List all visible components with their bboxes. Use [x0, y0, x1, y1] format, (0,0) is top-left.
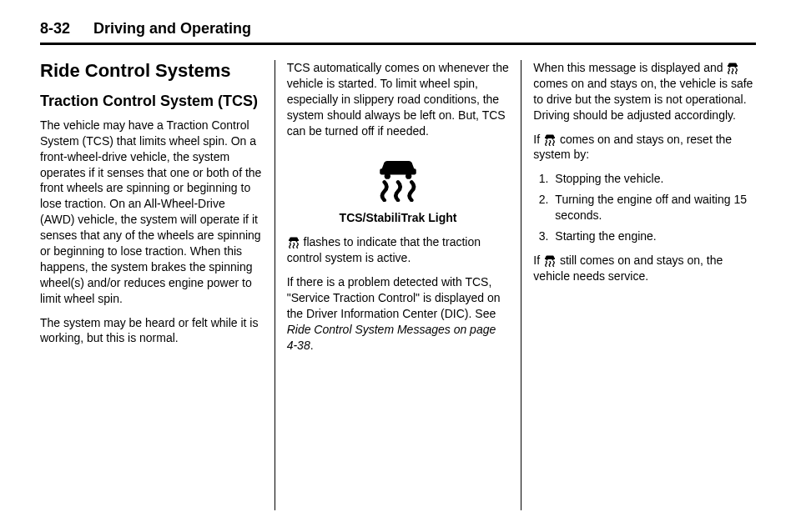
page-number: 8-32 — [40, 20, 70, 38]
tcs-stabilitrak-light-icon — [374, 153, 422, 202]
reset-steps-list: Stopping the vehicle. Turning the engine… — [533, 171, 756, 244]
body-text-fragment: When this message is displayed and — [533, 61, 726, 74]
list-item: Turning the engine off and waiting 15 se… — [552, 192, 756, 223]
tcs-stabilitrak-light-icon — [726, 61, 739, 74]
body-text-fragment: If — [533, 133, 543, 146]
body-text-fragment: . — [310, 339, 314, 352]
column-3: When this message is displayed and comes… — [521, 60, 756, 510]
column-1: Ride Control Systems Traction Control Sy… — [40, 60, 275, 510]
body-text-fragment: If — [533, 253, 543, 267]
indicator-light-caption: TCS/StabiliTrak Light — [287, 210, 510, 226]
body-text: The vehicle may have a Traction Control … — [40, 118, 263, 307]
list-item: Starting the engine. — [552, 228, 756, 244]
manual-page: 8-32 Driving and Operating Ride Control … — [0, 0, 796, 532]
page-header: 8-32 Driving and Operating — [40, 20, 756, 45]
content-columns: Ride Control Systems Traction Control Sy… — [40, 60, 756, 510]
body-text: flashes to indicate that the traction co… — [287, 234, 510, 266]
section-title: Ride Control Systems — [40, 60, 263, 82]
tcs-stabilitrak-light-icon — [543, 253, 557, 267]
tcs-stabilitrak-light-icon — [543, 133, 557, 146]
body-text: The system may be heard or felt while it… — [40, 315, 263, 347]
cross-reference: Ride Control System Messages on page 4-3… — [287, 323, 496, 352]
body-text: TCS automatically comes on whenever the … — [287, 60, 510, 138]
chapter-title: Driving and Operating — [93, 20, 251, 38]
body-text: If comes on and stays on, reset the syst… — [533, 132, 756, 163]
body-text-fragment: still comes on and stays on, the vehicle… — [533, 253, 723, 283]
body-text-fragment: flashes to indicate that the traction co… — [287, 235, 481, 264]
list-item: Stopping the vehicle. — [552, 171, 756, 187]
tcs-stabilitrak-light-icon — [287, 235, 300, 248]
subsection-title: Traction Control System (TCS) — [40, 92, 263, 111]
body-text-fragment: comes on and stays on, the vehicle is sa… — [533, 77, 753, 122]
column-2: TCS automatically comes on whenever the … — [275, 60, 521, 510]
body-text-fragment: If there is a problem detected with TCS,… — [287, 275, 501, 320]
body-text: If there is a problem detected with TCS,… — [287, 274, 510, 353]
body-text: When this message is displayed and comes… — [533, 60, 756, 123]
body-text-fragment: comes on and stays on, reset the system … — [533, 133, 732, 162]
body-text: If still comes on and stays on, the vehi… — [533, 253, 756, 284]
